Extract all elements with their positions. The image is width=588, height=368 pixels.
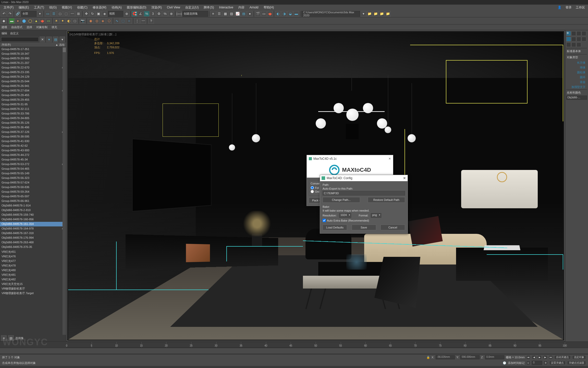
dialog1-close-icon[interactable]: ✕ <box>388 157 391 160</box>
tab-edit[interactable]: 编辑 <box>2 31 7 35</box>
list-item[interactable]: Group-848578-34-805 <box>0 116 66 121</box>
list-item[interactable]: Group-848578-65-597 <box>0 194 66 199</box>
menu-interactive[interactable]: Interactive <box>216 5 236 10</box>
menu-animation[interactable]: 动画(A) <box>109 5 124 10</box>
cat-helpers-icon[interactable] <box>566 42 571 47</box>
layer-button[interactable]: ☰ <box>216 11 222 17</box>
filter-1-icon[interactable]: ▾ <box>46 37 52 42</box>
key-mode-icon[interactable]: ⊙ <box>526 361 530 365</box>
list-item[interactable]: Obj3d66-848578-176-994 <box>0 236 66 240</box>
spline-3-button[interactable]: ○ <box>126 18 132 24</box>
list-item[interactable]: Group-848578-35-126 <box>0 121 66 125</box>
list-scrollbar[interactable] <box>63 47 66 335</box>
next-frame-icon[interactable]: ▶ <box>543 355 547 359</box>
cat-cameras-icon[interactable] <box>582 37 586 41</box>
keyfilter-button[interactable]: 关键点过滤器 <box>567 361 586 365</box>
helper-4-button[interactable]: ⬡ <box>106 18 112 24</box>
user-icon[interactable]: 👤 <box>556 5 564 10</box>
timeline-track[interactable] <box>0 348 588 353</box>
change-path-button[interactable]: Change Path... <box>323 197 360 203</box>
helper-3-button[interactable]: ◈ <box>100 18 106 24</box>
light-omni-button[interactable]: ☀ <box>54 18 59 24</box>
helper-1-button[interactable]: ◉ <box>88 18 93 24</box>
list-item[interactable]: Group-848578-32-111 <box>0 107 66 111</box>
list-item[interactable]: Obj3d66-848578-370-35 <box>0 245 66 249</box>
filter-3-icon[interactable]: ▾ <box>59 37 65 42</box>
list-item[interactable]: Group-848578-28-455 <box>0 93 66 98</box>
list-item[interactable]: VR灯光478 <box>0 263 66 268</box>
spline-1-button[interactable]: ∿ <box>114 18 120 24</box>
axis-button[interactable]: ⊗ <box>168 11 174 17</box>
list-item[interactable]: Obj3d66-848578-167-318 <box>0 231 66 236</box>
cat-spacewarps-icon[interactable] <box>571 42 576 47</box>
menu-customize[interactable]: 自定义(U) <box>183 5 201 10</box>
tab-customize[interactable]: 自定义 <box>10 31 19 35</box>
list-item[interactable]: Group-848578-56-323 <box>0 176 66 180</box>
folder-1-button[interactable]: 📁 <box>367 11 372 17</box>
placement-button[interactable]: ◈ <box>102 11 107 17</box>
snap-options-button[interactable]: ⚙ <box>156 11 162 17</box>
camera-button[interactable]: 📷 <box>80 18 85 24</box>
list-item[interactable]: Group-848578-27-694 <box>0 88 66 93</box>
light-direct-button[interactable]: ◐ <box>66 18 71 24</box>
time-config-icon[interactable]: ⚙ <box>544 361 548 365</box>
vray-3-button[interactable]: ◒ <box>287 11 293 17</box>
path-icon-1[interactable]: ▾ <box>361 11 366 17</box>
list-item[interactable]: VR灯光477 <box>0 259 66 263</box>
prim-torus-button[interactable]: ◯ <box>27 18 33 24</box>
select-paint-button[interactable]: ⬚ <box>63 11 69 17</box>
list-item[interactable]: VR灯光天空光15 <box>0 282 66 286</box>
snap-toggle-button[interactable]: 🧲 <box>132 11 137 17</box>
list-item[interactable]: VR灯光482 <box>0 277 66 282</box>
folder-4-button[interactable]: 📁 <box>385 11 391 17</box>
menu-file[interactable]: 文件(F) <box>1 5 16 10</box>
list-item[interactable]: Group-848578-23-195 <box>0 70 66 75</box>
list-item[interactable]: Group-848578-21-207 <box>0 61 66 65</box>
vray-2-button[interactable]: ◑ <box>281 11 287 17</box>
dialog2-close-icon[interactable]: ✕ <box>403 176 406 180</box>
undo-button[interactable]: ↶ <box>1 11 7 17</box>
list-item[interactable]: Group-848578-59-264 <box>0 190 66 194</box>
coord-dropdown[interactable]: 视图 <box>108 11 123 17</box>
menu-render[interactable]: 渲染(R) <box>149 5 164 10</box>
list-item[interactable]: Obj3d66-848578-164-978 <box>0 226 66 231</box>
y-coord-field[interactable]: 590.006mm <box>460 355 480 359</box>
window-crossing-button[interactable]: ⊞ <box>76 11 81 17</box>
ribbon-freeform[interactable]: 自由形式 <box>11 25 22 29</box>
list-item[interactable]: Group-848578-31-95 <box>0 102 66 107</box>
type-torus[interactable]: 圆环 <box>566 75 587 80</box>
load-defaults-button[interactable]: Load Defaults <box>323 225 347 230</box>
lock-icon[interactable]: 🔒 <box>426 356 430 359</box>
list-item[interactable]: Obj3d66-848578-263-468 <box>0 240 66 245</box>
particle-button[interactable]: ⋮ <box>134 18 140 24</box>
hierarchy-tab-icon[interactable] <box>577 31 581 36</box>
schematic-button[interactable]: ▤ <box>241 11 247 17</box>
prev-frame-icon[interactable]: ◀ <box>532 355 536 359</box>
menu-content[interactable]: 内容 <box>236 5 247 10</box>
toggle-1-button[interactable]: ▦ <box>223 11 228 17</box>
ribbon-populate[interactable]: 填充 <box>52 25 57 29</box>
ribbon-selection[interactable]: 选择 <box>27 25 32 29</box>
type-cylinder[interactable]: 圆柱体 <box>566 70 587 75</box>
restore-path-button[interactable]: Restore Default Path <box>368 197 405 203</box>
list-item[interactable]: Obj3d66-848578-161-314 <box>0 222 66 226</box>
search-input[interactable] <box>1 37 39 42</box>
goto-end-icon[interactable]: ⏭ <box>549 355 553 359</box>
link-button[interactable]: 🔗 <box>15 11 21 17</box>
folder-3-button[interactable]: 📁 <box>379 11 385 17</box>
list-item[interactable]: Obj3d66-848578-2-810 <box>0 208 66 213</box>
material-button[interactable]: ● <box>247 11 253 17</box>
path-input[interactable] <box>323 191 405 195</box>
list-item[interactable]: Group-848578-45-34 <box>0 157 66 162</box>
menu-civil[interactable]: Civil View <box>164 5 183 10</box>
menu-modifiers[interactable]: 修改器(M) <box>90 5 109 10</box>
list-opt-2-icon[interactable]: ▤ <box>8 335 14 341</box>
menu-tools[interactable]: 工具(T) <box>31 5 46 10</box>
rotate-button[interactable]: ↻ <box>90 11 95 17</box>
list-item[interactable]: Group-848578-42-62 <box>0 144 66 148</box>
select-lasso-button[interactable]: 〰 <box>69 11 75 17</box>
viewport[interactable]: [+] [VR物理摄影机客厅 ] [标准 ] [默…] 总计 多边形:3,342… <box>67 31 565 341</box>
coord-center-button[interactable]: ⊕ <box>124 11 129 17</box>
motion-tab-icon[interactable] <box>582 31 586 36</box>
x-coord-field[interactable]: -56.026mm <box>436 355 455 359</box>
